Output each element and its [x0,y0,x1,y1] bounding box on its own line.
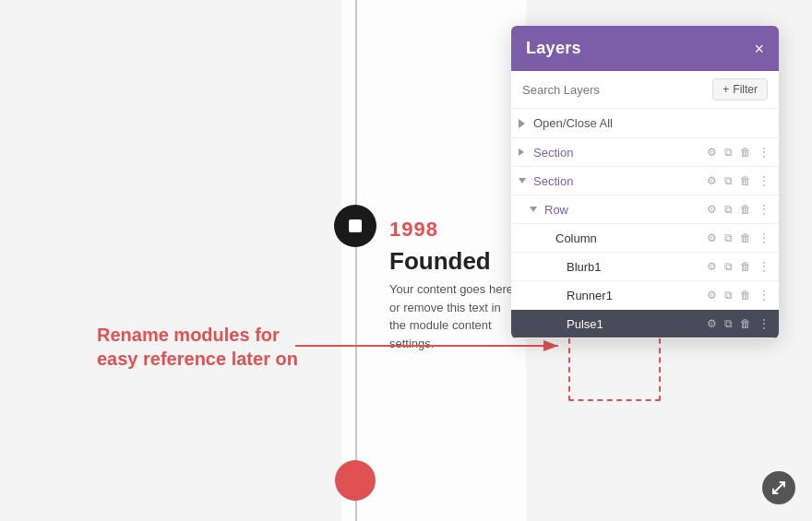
founded-heading: Founded [389,247,491,276]
timeline-dot-bottom [335,460,376,501]
timeline-dot-top [334,205,376,247]
duplicate-icon[interactable]: ⧉ [722,144,734,160]
delete-icon[interactable]: 🗑 [738,172,753,189]
layer-actions-column1: ⚙ ⧉ 🗑 ⋮ [705,230,771,246]
arrow-down-icon [530,207,537,212]
layer-arrow-icon [530,207,539,212]
settings-icon[interactable]: ⚙ [705,315,719,332]
settings-icon[interactable]: ⚙ [705,287,719,303]
more-icon[interactable]: ⋮ [757,287,771,303]
layer-name-blurb1: Blurb1 [567,260,705,274]
more-icon[interactable]: ⋮ [757,201,771,218]
layer-row-section1[interactable]: Section ⚙ ⧉ 🗑 ⋮ [511,138,779,167]
more-icon[interactable]: ⋮ [757,230,771,246]
delete-icon[interactable]: 🗑 [738,287,753,303]
settings-icon[interactable]: ⚙ [705,201,719,218]
annotation-text: Rename modules for easy reference later … [97,323,300,371]
duplicate-icon[interactable]: ⧉ [722,230,734,246]
arrow-right-icon [519,148,524,156]
layer-name-runner1: Runner1 [567,289,705,302]
layer-name-pulse1: Pulse1 [567,317,705,331]
year-text: 1998 [389,218,438,242]
layer-actions-pulse1: ⚙ ⧉ 🗑 ⋮ [705,315,771,332]
more-icon[interactable]: ⋮ [757,144,771,160]
content-text: Your content goes here or remove this te… [389,280,519,352]
layer-row-pulse1[interactable]: Pulse1 ⚙ ⧉ 🗑 ⋮ [511,310,779,338]
layer-name-section2: Section [533,174,705,188]
delete-icon[interactable]: 🗑 [738,144,753,160]
resize-icon-button[interactable] [762,471,795,504]
layer-actions-runner1: ⚙ ⧉ 🗑 ⋮ [705,287,771,303]
duplicate-icon[interactable]: ⧉ [722,258,734,275]
timeline-line [355,0,357,521]
resize-icon [770,480,787,496]
layer-actions-blurb1: ⚙ ⧉ 🗑 ⋮ [705,258,771,275]
layer-row-row1[interactable]: Row ⚙ ⧉ 🗑 ⋮ [511,195,779,224]
open-close-label: Open/Close All [533,116,613,130]
layers-panel: Layers × + Filter Open/Close All Section… [511,26,779,338]
settings-icon[interactable]: ⚙ [705,230,719,246]
layer-actions-row1: ⚙ ⧉ 🗑 ⋮ [705,201,771,218]
layer-row-blurb1[interactable]: Blurb1 ⚙ ⧉ 🗑 ⋮ [511,253,779,281]
layer-arrow-icon [519,178,528,184]
duplicate-icon[interactable]: ⧉ [722,172,734,189]
more-icon[interactable]: ⋮ [757,315,771,332]
dot-inner-square [349,219,362,232]
layer-row-runner1[interactable]: Runner1 ⚙ ⧉ 🗑 ⋮ [511,281,779,310]
settings-icon[interactable]: ⚙ [705,144,719,160]
duplicate-icon[interactable]: ⧉ [722,315,734,332]
more-icon[interactable]: ⋮ [757,258,771,275]
settings-icon[interactable]: ⚙ [705,258,719,275]
layer-arrow-icon [519,148,528,156]
layers-search-input[interactable] [522,83,705,97]
layer-row-section2[interactable]: Section ⚙ ⧉ 🗑 ⋮ [511,167,779,195]
layer-name-section1: Section [533,146,705,160]
more-icon[interactable]: ⋮ [757,172,771,189]
delete-icon[interactable]: 🗑 [738,201,753,218]
duplicate-icon[interactable]: ⧉ [722,287,734,303]
layers-filter-button[interactable]: + Filter [712,78,768,101]
layers-header: Layers × [511,26,779,71]
layer-row-column1[interactable]: Column ⚙ ⧉ 🗑 ⋮ [511,224,779,253]
layer-name-column1: Column [555,231,705,245]
layer-actions-section1: ⚙ ⧉ 🗑 ⋮ [705,144,771,160]
open-close-all[interactable]: Open/Close All [511,109,779,138]
layer-actions-section2: ⚙ ⧉ 🗑 ⋮ [705,172,771,189]
duplicate-icon[interactable]: ⧉ [722,201,734,218]
settings-icon[interactable]: ⚙ [705,172,719,189]
layers-search-bar: + Filter [511,71,779,109]
layer-name-row1: Row [544,203,705,217]
delete-icon[interactable]: 🗑 [738,258,753,275]
filter-label: Filter [733,83,758,96]
delete-icon[interactable]: 🗑 [738,230,753,246]
delete-icon[interactable]: 🗑 [738,315,753,332]
canvas-area: 1998 Founded Your content goes here or r… [0,0,812,521]
open-close-arrow-icon [519,119,528,128]
filter-plus-icon: + [722,83,729,96]
arrow-down-icon [519,178,526,184]
layers-title: Layers [526,39,581,58]
layers-close-button[interactable]: × [754,41,764,57]
